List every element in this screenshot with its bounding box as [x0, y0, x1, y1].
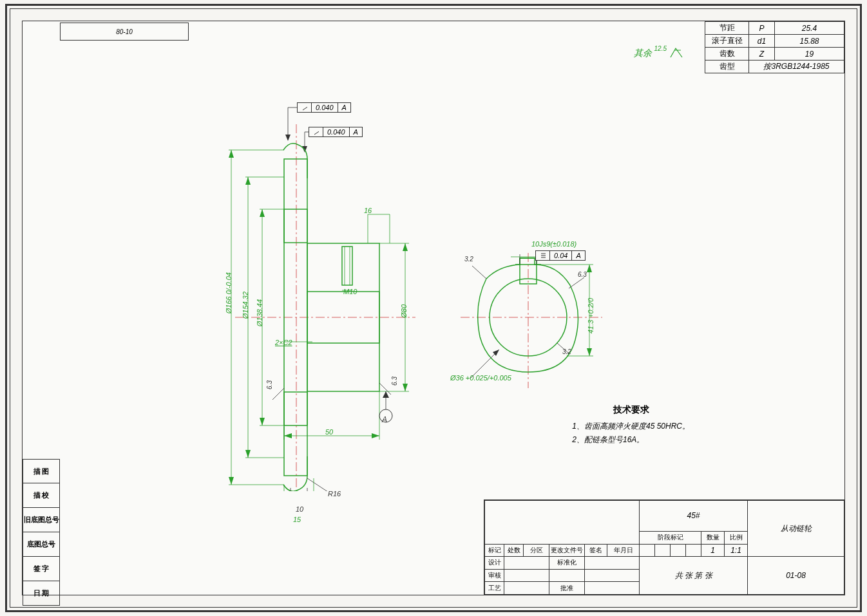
techreq-title: 技术要求 — [572, 404, 690, 416]
tb-drawing-no: 01-08 — [748, 557, 844, 595]
dim-h41: 41.3 +0.2/0 — [587, 298, 595, 333]
dim-d166: Ø166 0/-0.04 — [225, 272, 233, 313]
fcf1-tol: 0.040 — [312, 103, 338, 112]
param-row-3-label: 齿型 — [705, 61, 749, 73]
dim-d80: Ø80 — [400, 304, 408, 318]
dim-10: 10 — [296, 505, 303, 513]
dim-r16: R16 — [328, 490, 341, 498]
surf-32: 3.2 — [464, 256, 473, 263]
surface-finish-general: 其余 12.5 — [634, 47, 683, 60]
left-box-1: 描 校 — [23, 483, 60, 508]
param-row-0-label: 节距 — [705, 22, 749, 35]
svg-marker-36 — [372, 433, 379, 438]
surf-63b: 6.3 — [391, 377, 398, 386]
svg-marker-16 — [229, 477, 234, 485]
tb-h-zone: 分区 — [524, 544, 549, 557]
left-revision-column: 描 图 描 校 旧底图总号 底图总号 签 字 日 期 — [23, 459, 60, 606]
technical-requirements: 技术要求 1、齿面高频淬火硬度45 50HRC。 2、配链条型号16A。 — [572, 404, 690, 448]
param-row-2-sym: Z — [749, 48, 775, 61]
fcf1-datum: A — [338, 103, 350, 112]
qy-label: 其余 — [634, 48, 652, 59]
svg-marker-35 — [284, 433, 292, 438]
svg-marker-66 — [587, 348, 592, 356]
dim-16: 16 — [364, 207, 372, 214]
dim-d138: Ø138.44 — [256, 299, 263, 326]
tb-approve: 批准 — [549, 582, 585, 595]
tb-h-date: 年月日 — [607, 544, 640, 557]
svg-rect-11 — [284, 392, 307, 425]
tb-tech: 工艺 — [485, 582, 504, 595]
tb-sheets-h: 数量 — [701, 531, 725, 544]
qy-value: 12.5 — [654, 45, 667, 52]
datum-a-label: A — [382, 415, 387, 424]
svg-marker-26 — [260, 418, 265, 425]
param-row-3-val: 按3RGB1244-1985 — [749, 61, 844, 73]
svg-marker-15 — [229, 150, 234, 158]
fcf3-tol: 0.04 — [550, 251, 572, 260]
techreq-1: 1、齿面高频淬火硬度45 50HRC。 — [572, 421, 690, 432]
svg-rect-7 — [342, 247, 352, 285]
surface-symbol-icon — [669, 47, 683, 60]
fcf-runout-1: 0.040 A — [297, 102, 351, 113]
dim-m10: M10 — [343, 288, 357, 295]
svg-marker-30 — [403, 243, 408, 251]
param-row-0-val: 25.4 — [775, 22, 844, 35]
tb-material: 45# — [640, 501, 748, 532]
tb-stage-h: 阶段标记 — [640, 531, 701, 544]
tb-h-cnt: 处数 — [504, 544, 524, 557]
tb-scale-h: 比例 — [725, 531, 748, 544]
dim-d36: Ø36 +0.025/+0.005 — [450, 374, 511, 382]
techreq-2: 2、配链条型号16A。 — [572, 434, 690, 445]
dim-15: 15 — [293, 516, 301, 523]
param-row-1-sym: d1 — [749, 35, 775, 48]
svg-marker-25 — [260, 209, 265, 217]
drawing-number-small: 80-10 — [60, 23, 189, 41]
left-box-2: 旧底图总号 — [23, 508, 60, 532]
svg-marker-20 — [245, 177, 251, 185]
tb-org: 共 张 第 张 — [640, 557, 748, 595]
left-box-5: 日 期 — [23, 581, 60, 606]
param-row-1-label: 滚子直径 — [705, 35, 749, 48]
svg-marker-21 — [245, 450, 251, 458]
svg-marker-31 — [403, 384, 408, 391]
tb-std: 标准化 — [549, 557, 585, 570]
fcf-symmetry: 0.04 A — [535, 250, 586, 261]
svg-rect-10 — [284, 209, 307, 243]
surf-63a: 6.3 — [266, 380, 273, 389]
param-row-2-label: 齿数 — [705, 48, 749, 61]
dim-d154: Ø154.32 — [242, 292, 249, 319]
drawing-canvas: 80-10 描 图 描 校 旧底图总号 底图总号 签 字 日 期 节距 P 25… — [22, 21, 845, 595]
surf-63c: 6.3 — [578, 271, 587, 278]
title-block: 45# 从动链轮 阶段标记 数量 比例 标记 处数 分区 更改文件号 签名 — [484, 499, 844, 595]
svg-marker-51 — [383, 391, 389, 398]
param-row-2-val: 19 — [775, 48, 844, 61]
param-row-0-sym: P — [749, 22, 775, 35]
tb-h-mark: 标记 — [485, 544, 504, 557]
tb-part-name: 从动链轮 — [748, 501, 844, 557]
dim-key-tol: 10Js9(±0.018) — [531, 240, 576, 248]
param-row-1-val: 15.88 — [775, 35, 844, 48]
tb-check: 审核 — [485, 569, 504, 582]
tb-h-sig: 签名 — [585, 544, 607, 557]
tb-qty: 1 — [701, 544, 725, 557]
surf-32b: 3.2 — [562, 348, 571, 355]
fcf1-runout-icon — [298, 103, 312, 112]
tb-design: 设计 — [485, 557, 504, 570]
left-box-3: 底图总号 — [23, 532, 60, 557]
fcf3-datum: A — [572, 251, 584, 260]
main-section-view — [222, 118, 428, 494]
left-box-4: 签 字 — [23, 557, 60, 581]
dim-50: 50 — [325, 428, 333, 436]
code-text: 80-10 — [116, 28, 133, 35]
parameter-table: 节距 P 25.4 滚子直径 d1 15.88 齿数 Z 19 齿型 按3RGB… — [705, 21, 844, 73]
tb-scale: 1:1 — [725, 544, 748, 557]
svg-marker-65 — [587, 265, 592, 272]
fcf3-symmetry-icon — [536, 251, 550, 260]
dim-chamfer: 2×C2 — [275, 339, 292, 346]
tb-h-doc: 更改文件号 — [549, 544, 585, 557]
left-box-0: 描 图 — [23, 459, 60, 483]
